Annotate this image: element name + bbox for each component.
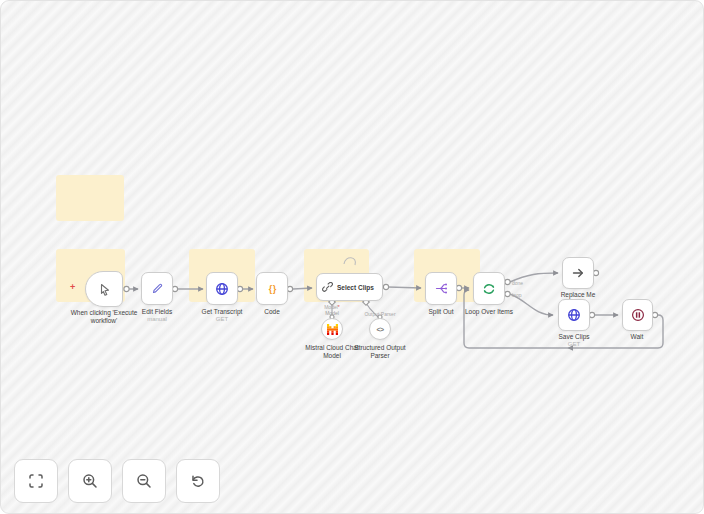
output-port[interactable] xyxy=(589,312,594,317)
canvas-controls xyxy=(14,459,220,503)
connector-sublabel-model: Model xyxy=(312,310,352,316)
output-port[interactable] xyxy=(383,284,388,289)
output-port[interactable] xyxy=(593,270,598,275)
zoom-out-button[interactable] xyxy=(122,459,166,503)
zoom-in-button[interactable] xyxy=(68,459,112,503)
fit-view-icon xyxy=(27,472,45,490)
reset-zoom-icon xyxy=(189,472,207,490)
pencil-icon xyxy=(151,282,164,295)
node-manual-trigger[interactable] xyxy=(85,271,123,307)
node-label-wait: Wait xyxy=(597,333,677,341)
node-code[interactable]: { } xyxy=(256,272,288,305)
node-issue-indicator: + xyxy=(70,282,75,292)
output-label-done: done xyxy=(512,280,532,286)
output-label-loop: loop xyxy=(512,292,532,298)
workflow-canvas[interactable]: + When clicking 'Execute workflow' Edit … xyxy=(0,0,704,514)
node-select-clips[interactable]: Select Clips xyxy=(316,273,383,301)
node-label-replace-me: Replace Me xyxy=(538,291,618,299)
node-replace-me[interactable] xyxy=(562,257,594,289)
output-port[interactable] xyxy=(652,312,657,317)
output-port[interactable] xyxy=(456,285,461,290)
wire-code-to-select-clips[interactable] xyxy=(293,288,312,289)
output-port[interactable] xyxy=(172,286,177,291)
output-port[interactable] xyxy=(287,286,292,291)
reset-zoom-button[interactable] xyxy=(176,459,220,503)
split-fork-icon xyxy=(435,282,448,295)
node-label-select-clips: Select Clips xyxy=(337,284,374,291)
node-label-loop-over-items: Loop Over Items xyxy=(449,308,529,316)
output-port-done[interactable] xyxy=(505,279,510,284)
subnode-label-output-parser: Structured Output Parser xyxy=(345,344,415,361)
zoom-in-icon xyxy=(81,472,99,490)
node-label-code: Code xyxy=(232,308,312,316)
globe-icon xyxy=(567,308,581,322)
output-port[interactable] xyxy=(237,286,242,291)
curly-braces-icon: { } xyxy=(269,284,276,294)
subnode-mistral-chat-model[interactable] xyxy=(321,318,343,340)
fit-view-button[interactable] xyxy=(14,459,58,503)
cursor-icon xyxy=(97,282,112,297)
connector-label-model: Model* xyxy=(312,304,352,310)
arrow-right-icon xyxy=(571,266,585,280)
subnode-structured-output-parser[interactable]: <> xyxy=(369,318,391,340)
angle-brackets-icon: <> xyxy=(376,326,383,333)
node-loop-over-items[interactable] xyxy=(473,272,505,305)
node-get-transcript[interactable] xyxy=(206,272,238,305)
pause-icon xyxy=(631,308,645,322)
wire-self-loop-decoration xyxy=(344,258,355,265)
node-split-out[interactable] xyxy=(425,272,457,305)
output-port[interactable] xyxy=(124,286,129,291)
connections-layer xyxy=(1,1,704,514)
mistral-logo xyxy=(327,324,338,335)
node-wait[interactable] xyxy=(622,299,653,331)
globe-icon xyxy=(215,282,229,296)
node-save-clips[interactable] xyxy=(558,299,590,331)
loop-arrows-icon xyxy=(482,282,496,296)
node-edit-fields[interactable] xyxy=(141,272,173,305)
chain-link-icon xyxy=(322,282,333,293)
zoom-out-icon xyxy=(135,472,153,490)
output-port-loop[interactable] xyxy=(505,291,510,296)
wire-select-clips-to-split-out[interactable] xyxy=(388,287,421,288)
